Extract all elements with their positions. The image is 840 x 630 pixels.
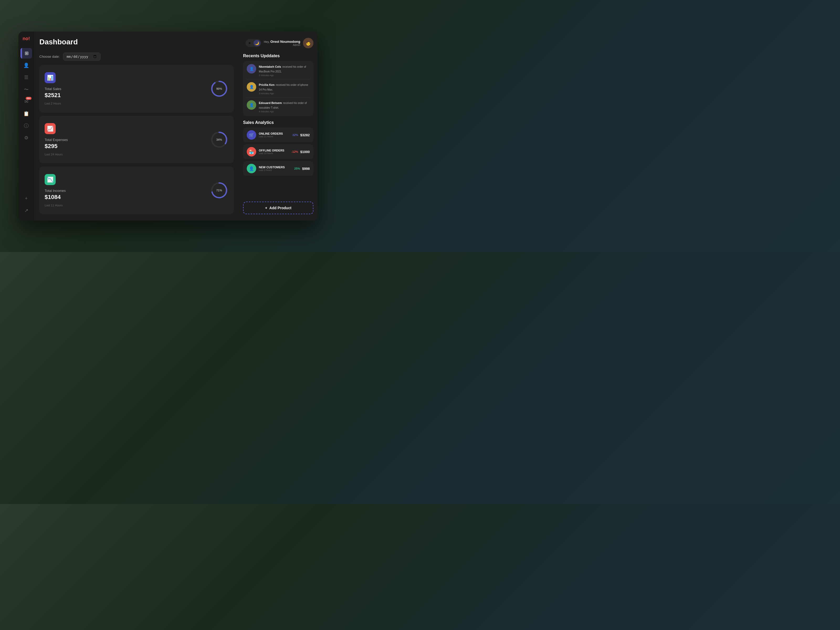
new-customers-pct: 25% (294, 167, 300, 170)
expenses-card-title: Total Expenses (45, 138, 68, 142)
analytics-offline-orders: 🏪 OFFLINE ORDERS Last 23 hours -12% $100… (243, 144, 313, 159)
recent-avatar-2: 👤 (247, 100, 256, 110)
add-product-label: Add Product (269, 206, 291, 210)
user-name: Oreol Noumodong (270, 39, 300, 44)
user-greeting: Hey, Oreol Noumodong (264, 39, 300, 44)
recent-name-1: Pricilia Ken (259, 83, 275, 86)
offline-orders-pct: -12% (291, 150, 298, 153)
sidebar-item-dashboard[interactable]: ⊞ (21, 48, 32, 58)
expenses-progress-circle: 34% (210, 131, 228, 149)
recent-time-1: 3 minutes Ago (259, 92, 310, 95)
online-orders-info: ONLINE ORDERS Last 21 hours (259, 132, 290, 138)
app-container: no! ⊞ 👤 ☰ 〜 ✉ 23+ 📋 ⓘ ⚙ + (18, 32, 317, 221)
sales-card-value: $2521 (45, 92, 62, 99)
new-customers-info: NEW CUSTOMERS Last 3 hours (259, 166, 292, 171)
new-customers-right: 25% $998 (294, 167, 310, 171)
recents-card: 👤 Nkemtakeh Cels received his order of M… (243, 61, 313, 116)
theme-sun-btn[interactable]: ☀ (246, 40, 253, 46)
settings-icon: ⚙ (24, 135, 28, 141)
online-orders-sub: Last 21 hours (259, 135, 290, 138)
recent-time-2: 4 minutes Ago (259, 110, 310, 113)
recent-text-2: Edouard Betsem received his order of noo… (259, 100, 310, 113)
theme-toggle: ☀ 🌙 (245, 39, 261, 47)
info-icon: ⓘ (24, 123, 28, 129)
offline-orders-sub: Last 23 hours (259, 152, 289, 155)
online-orders-amount: $3282 (300, 133, 310, 137)
add-icon: + (25, 196, 28, 201)
expenses-progress-label: 34% (216, 138, 222, 141)
sidebar-item-messages[interactable]: ✉ 23+ (21, 96, 32, 107)
offline-orders-amount: $1000 (300, 150, 310, 154)
card-left-sales: 📊 Total Sales $2521 Last 2 Hours (45, 72, 62, 105)
card-left-incomes: 📉 Total Incomes $1084 Last 11 Hours (45, 174, 66, 207)
sidebar-item-info[interactable]: ⓘ (21, 120, 32, 131)
sidebar-item-settings[interactable]: ⚙ (21, 133, 32, 143)
date-input[interactable] (63, 52, 101, 61)
online-orders-label: ONLINE ORDERS (259, 132, 290, 135)
add-product-button[interactable]: + Add Product (243, 202, 313, 214)
recent-text-1: Pricilia Ken received his order of iphon… (259, 82, 310, 95)
avatar: 🧑 (303, 38, 313, 48)
recent-item-1: 👤 Pricilia Ken received his order of iph… (247, 82, 310, 95)
date-label: Choose date: (39, 55, 60, 58)
sales-progress-label: 90% (216, 87, 222, 90)
total-expenses-card: 📈 Total Expenses $295 Last 24 Hours 34% (39, 116, 234, 164)
sidebar-item-logout[interactable]: ↗ (21, 205, 32, 216)
sidebar-item-orders[interactable]: ☰ (21, 72, 32, 83)
online-orders-icon: 🛒 (247, 130, 256, 140)
sidebar-item-add[interactable]: + (21, 193, 32, 204)
incomes-card-value: $1084 (45, 194, 66, 201)
user-info: Hey, Oreol Noumodong Admin (264, 39, 300, 46)
recent-name-2: Edouard Betsem (259, 101, 282, 104)
analytics-new-customers: 👤 NEW CUSTOMERS Last 3 hours 25% $998 (243, 161, 313, 176)
online-orders-right: 32% $3282 (292, 133, 310, 137)
theme-moon-btn[interactable]: 🌙 (254, 40, 261, 46)
offline-orders-right: -12% $1000 (291, 150, 310, 154)
right-panel: ☀ 🌙 Hey, Oreol Noumodong Admin 🧑 Recents… (239, 32, 317, 221)
sidebar-item-analytics[interactable]: 〜 (21, 84, 32, 95)
expenses-card-subtitle: Last 24 Hours (45, 153, 68, 156)
recent-name-0: Nkemtakeh Cels (259, 65, 281, 68)
users-icon: 👤 (24, 63, 29, 68)
offline-orders-label: OFFLINE ORDERS (259, 149, 289, 152)
analytics-list: 🛒 ONLINE ORDERS Last 21 hours 32% $3282 … (243, 128, 313, 176)
page-title: Dashboard (39, 38, 78, 46)
logout-icon: ↗ (24, 208, 28, 213)
expenses-card-value: $295 (45, 143, 68, 150)
new-customers-amount: $998 (302, 167, 310, 171)
sidebar: no! ⊞ 👤 ☰ 〜 ✉ 23+ 📋 ⓘ ⚙ + (18, 32, 34, 221)
analytics-icon: 〜 (24, 86, 28, 93)
logo-text: no! (22, 36, 30, 41)
recents-title: Recents Upddates (243, 54, 313, 58)
incomes-card-icon: 📉 (45, 174, 56, 185)
sun-icon: ☀ (248, 41, 251, 45)
sales-card-title: Total Sales (45, 87, 62, 91)
recent-text-0: Nkemtakeh Cels received his order of Mac… (259, 64, 310, 77)
user-role: Admin (264, 44, 300, 46)
logo: no! (22, 36, 30, 41)
analytics-section: Sales Analytics 🛒 ONLINE ORDERS Last 21 … (243, 120, 313, 176)
recent-item-0: 👤 Nkemtakeh Cels received his order of M… (247, 64, 310, 77)
incomes-progress-circle: 71% (210, 181, 228, 199)
online-orders-pct: 32% (292, 133, 298, 136)
total-sales-card: 📊 Total Sales $2521 Last 2 Hours 90% (39, 65, 234, 113)
sales-card-subtitle: Last 2 Hours (45, 102, 62, 105)
total-incomes-card: 📉 Total Incomes $1084 Last 11 Hours 71% (39, 166, 234, 214)
card-left-expenses: 📈 Total Expenses $295 Last 24 Hours (45, 123, 68, 156)
offline-orders-info: OFFLINE ORDERS Last 23 hours (259, 149, 289, 155)
new-customers-label: NEW CUSTOMERS (259, 166, 292, 169)
reports-icon: 📋 (24, 111, 29, 117)
sidebar-item-reports[interactable]: 📋 (21, 108, 32, 119)
recents-section: Recents Upddates 👤 Nkemtakeh Cels receiv… (243, 54, 313, 116)
sales-card-icon: 📊 (45, 72, 56, 83)
offline-orders-icon: 🏪 (247, 147, 256, 156)
recent-time-0: 2 minutes Ago (259, 74, 310, 77)
incomes-card-title: Total Incomes (45, 189, 66, 193)
new-customers-icon: 👤 (247, 164, 256, 173)
analytics-title: Sales Analytics (243, 120, 313, 125)
recent-avatar-1: 👤 (247, 82, 256, 92)
main-content: Dashboard Choose date: 📊 Total Sales $25… (34, 32, 239, 221)
sidebar-item-users[interactable]: 👤 (21, 60, 32, 71)
moon-icon: 🌙 (255, 41, 259, 45)
expenses-card-icon: 📈 (45, 123, 56, 134)
